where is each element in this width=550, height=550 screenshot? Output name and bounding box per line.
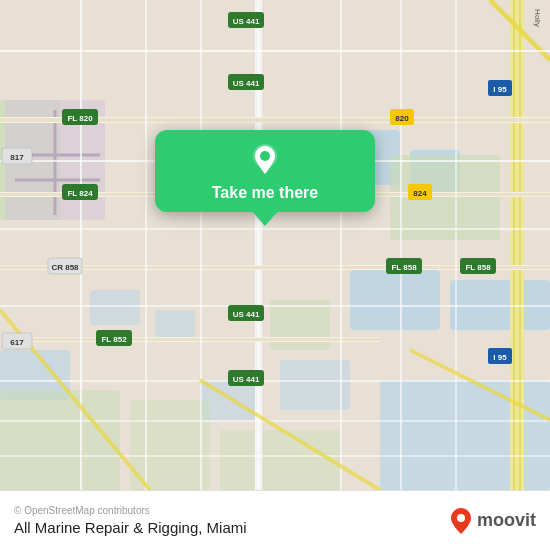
svg-text:FL 858: FL 858 [391, 263, 417, 272]
svg-text:824: 824 [413, 189, 427, 198]
svg-rect-13 [270, 300, 330, 350]
svg-text:FL 852: FL 852 [101, 335, 127, 344]
svg-rect-5 [380, 380, 550, 490]
map-attribution: © OpenStreetMap contributors [14, 505, 247, 516]
moovit-brand-text: moovit [477, 510, 536, 531]
svg-rect-43 [145, 0, 147, 490]
svg-text:US 441: US 441 [233, 375, 260, 384]
svg-text:FL 824: FL 824 [67, 189, 93, 198]
take-me-there-button[interactable]: Take me there [212, 184, 318, 202]
map-container: US 441 US 441 US 441 US 441 FL 820 820 F… [0, 0, 550, 490]
svg-rect-22 [513, 0, 515, 490]
svg-rect-8 [155, 310, 195, 340]
svg-text:817: 817 [10, 153, 24, 162]
svg-text:FL 858: FL 858 [465, 263, 491, 272]
svg-rect-34 [0, 338, 380, 341]
svg-rect-45 [340, 0, 342, 490]
svg-point-86 [457, 514, 465, 522]
svg-text:US 441: US 441 [233, 310, 260, 319]
svg-rect-42 [80, 0, 82, 490]
svg-text:820: 820 [395, 114, 409, 123]
svg-rect-46 [400, 0, 402, 490]
svg-text:US 441: US 441 [233, 79, 260, 88]
svg-rect-37 [0, 228, 550, 230]
svg-text:US 441: US 441 [233, 17, 260, 26]
popup-card[interactable]: Take me there [155, 130, 375, 212]
svg-rect-7 [90, 290, 140, 325]
svg-rect-12 [390, 155, 500, 240]
moovit-pin-icon [450, 507, 472, 535]
svg-rect-16 [220, 430, 340, 490]
svg-rect-3 [350, 270, 440, 330]
svg-rect-23 [519, 0, 521, 490]
svg-rect-41 [0, 455, 550, 457]
svg-text:CR 858: CR 858 [51, 263, 79, 272]
svg-text:617: 617 [10, 338, 24, 347]
location-pin-icon [247, 142, 283, 178]
svg-text:FL 820: FL 820 [67, 114, 93, 123]
svg-rect-44 [200, 0, 202, 490]
svg-rect-14 [0, 390, 120, 490]
svg-rect-35 [0, 50, 550, 52]
svg-rect-15 [130, 400, 210, 490]
svg-rect-21 [510, 0, 524, 490]
svg-text:I 95: I 95 [493, 85, 507, 94]
svg-point-85 [260, 151, 270, 161]
svg-text:I 95: I 95 [493, 353, 507, 362]
svg-rect-38 [0, 305, 550, 307]
svg-text:Holly: Holly [533, 9, 542, 27]
bottom-left: © OpenStreetMap contributors All Marine … [14, 505, 247, 536]
svg-rect-10 [280, 360, 350, 410]
moovit-logo: moovit [450, 507, 536, 535]
bottom-bar: © OpenStreetMap contributors All Marine … [0, 490, 550, 550]
svg-rect-47 [455, 0, 457, 490]
location-name: All Marine Repair & Rigging, Miami [14, 519, 247, 536]
svg-rect-40 [0, 420, 550, 422]
